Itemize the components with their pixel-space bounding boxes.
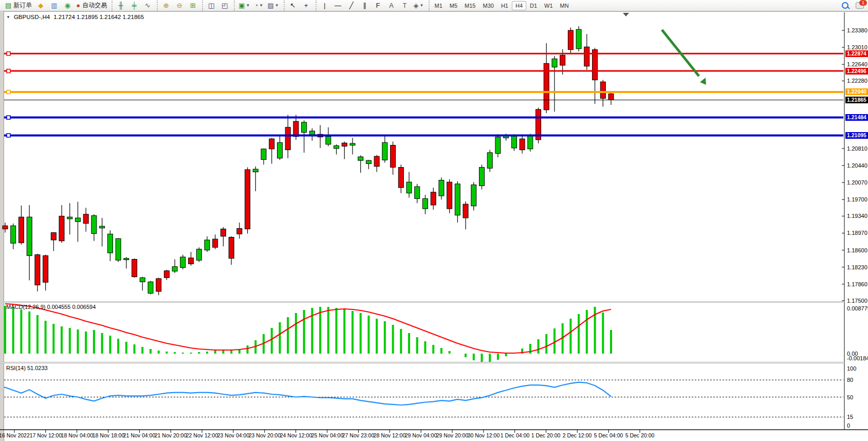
time-axis-label: 24 Nov 12:00 bbox=[280, 432, 312, 438]
rsi-tick-label: 100 bbox=[847, 365, 856, 372]
price-line-label: 1.21865 bbox=[845, 97, 868, 103]
hline-anchor[interactable] bbox=[7, 69, 10, 73]
price-tick-label: 1.17500 bbox=[847, 298, 867, 304]
price-tick-label: 1.22640 bbox=[847, 61, 867, 67]
trend-arrow-annotation[interactable] bbox=[662, 30, 706, 85]
chart-title: ▼ GBPUSD-,H4 1.21724 1.21895 1.21642 1.2… bbox=[6, 14, 144, 20]
rsi-indicator-label: RSI(14) 51.0233 bbox=[6, 365, 48, 371]
price-tick-label: 1.18600 bbox=[847, 247, 867, 253]
time-axis-label: 5 Dec 04:00 bbox=[594, 432, 623, 438]
time-axis-label: 5 Dec 20:00 bbox=[625, 432, 655, 438]
rsi-tick-label: 50 bbox=[847, 394, 853, 400]
price-tick-label: 1.22280 bbox=[847, 78, 867, 84]
price-tick-label: 1.20070 bbox=[847, 179, 867, 186]
chart-canvas[interactable] bbox=[0, 0, 868, 441]
time-axis-label: 22 Nov 12:00 bbox=[186, 432, 218, 438]
price-line-label: 1.21484 bbox=[845, 114, 868, 121]
hline-anchor[interactable] bbox=[7, 116, 10, 119]
hline-anchor[interactable] bbox=[7, 134, 10, 137]
price-line-label: 1.21095 bbox=[845, 132, 868, 139]
symbol-period-label: GBPUSD-,H4 bbox=[14, 14, 50, 20]
rsi-tick-label: 80 bbox=[847, 377, 853, 383]
time-axis-label: 29 Nov 04:00 bbox=[405, 432, 437, 438]
mt4-window: ▤新订单◆▥◉●自动交易╫╪∿⊕⊖⊞◫◰▣▼◔▼▨▼↖+|—╱∥FAT◈▼M1M… bbox=[0, 0, 868, 441]
rsi-tick-label: 15 bbox=[847, 414, 853, 420]
time-axis-label: 29 Nov 20:00 bbox=[436, 432, 468, 438]
time-axis-label: 21 Nov 20:00 bbox=[155, 432, 187, 438]
candlesticks bbox=[3, 26, 614, 295]
macd-pane-separator[interactable] bbox=[0, 301, 844, 303]
rsi-line bbox=[4, 382, 611, 405]
rsi-pane-separator[interactable] bbox=[0, 362, 844, 363]
time-axis-label: 30 Nov 12:00 bbox=[468, 432, 500, 438]
time-axis-label: 17 Nov 12:00 bbox=[30, 432, 62, 438]
time-axis-label: 1 Dec 04:00 bbox=[501, 432, 530, 438]
price-tick-label: 1.23010 bbox=[847, 44, 867, 50]
price-tick-label: 1.20440 bbox=[847, 162, 867, 169]
time-axis-label: 2 Dec 12:00 bbox=[563, 432, 592, 438]
macd-tick-label: 0.008779 bbox=[847, 305, 868, 311]
price-tick-label: 1.23380 bbox=[847, 27, 867, 33]
macd-histogram bbox=[4, 306, 612, 363]
quote-ohlc-label: 1.21724 1.21895 1.21642 1.21865 bbox=[53, 14, 144, 20]
time-axis-label: 28 Nov 12:00 bbox=[374, 432, 405, 438]
chart-collapse-icon[interactable]: ▼ bbox=[6, 15, 10, 20]
price-tick-label: 1.19700 bbox=[847, 196, 867, 203]
price-line-label: 1.22040 bbox=[845, 88, 868, 95]
rsi-tick-label: 0 bbox=[847, 422, 850, 429]
time-axis-label: 16 Nov 2022 bbox=[0, 432, 30, 438]
time-axis-label: 1 Dec 20:00 bbox=[531, 432, 561, 438]
chart-shift-marker[interactable] bbox=[623, 13, 629, 16]
price-tick-label: 1.17860 bbox=[847, 281, 867, 287]
time-axis-label: 23 Nov 20:00 bbox=[249, 432, 281, 438]
macd-indicator-label: MACD(12,26,9) 0.004555 0.006594 bbox=[6, 304, 96, 310]
time-axis-label: 23 Nov 04:00 bbox=[217, 432, 249, 438]
time-axis-label: 27 Nov 23:00 bbox=[342, 432, 374, 438]
macd-tick-label: -0.001842 bbox=[847, 355, 868, 361]
time-axis-label: 21 Nov 04:00 bbox=[123, 432, 155, 438]
price-tick-label: 1.19340 bbox=[847, 213, 867, 219]
price-tick-label: 1.20810 bbox=[847, 145, 867, 152]
price-line-label: 1.22496 bbox=[845, 68, 868, 75]
time-axis-label: 18 Nov 18:00 bbox=[93, 432, 124, 438]
hline-anchor[interactable] bbox=[7, 90, 10, 94]
time-axis-label: 25 Nov 04:00 bbox=[311, 432, 343, 438]
price-line-label: 1.22874 bbox=[845, 50, 868, 57]
hline-anchor[interactable] bbox=[7, 52, 10, 56]
macd-signal-line bbox=[5, 304, 611, 353]
time-axis-label: 18 Nov 04:00 bbox=[61, 432, 93, 438]
price-tick-label: 1.18970 bbox=[847, 230, 867, 236]
price-tick-label: 1.18230 bbox=[847, 264, 867, 270]
